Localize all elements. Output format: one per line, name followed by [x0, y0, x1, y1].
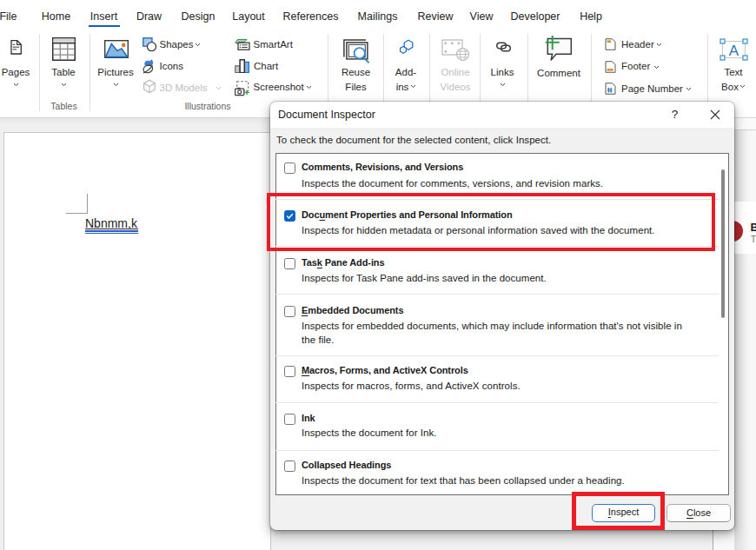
svg-text:A: A: [729, 42, 739, 58]
